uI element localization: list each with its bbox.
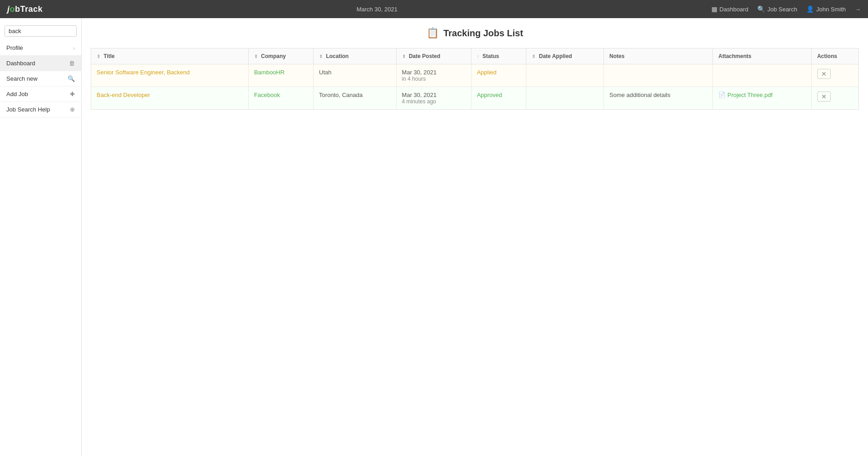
clipboard-icon: 📋 — [427, 27, 439, 39]
dashboard-icon: ▦ — [711, 5, 717, 13]
sort-title-icon: ⇕ — [97, 54, 100, 59]
sort-company-icon: ⇕ — [254, 54, 258, 59]
cell-location-2: Toronto, Canada — [314, 87, 397, 110]
col-company[interactable]: ⇕ Company — [248, 49, 313, 64]
sidebar-item-job-search-help[interactable]: Job Search Help ⊕ — [0, 102, 81, 117]
remove-button-2[interactable]: ✕ — [817, 92, 831, 102]
cell-status-2: Approved — [471, 87, 526, 110]
user-icon: 👤 — [806, 5, 814, 13]
nav-job-search[interactable]: 🔍 Job Search — [757, 5, 797, 13]
cell-attachment-2: 📄 Project Three.pdf — [713, 87, 812, 110]
topnav: jobTrack March 30, 2021 ▦ Dashboard 🔍 Jo… — [0, 0, 868, 18]
cell-title-1: Senior Software Engineer, Backend — [91, 64, 249, 87]
sidebar: 🔍 Profile › Dashboard 🗑 Search new 🔍 Add… — [0, 18, 82, 456]
search-input[interactable] — [5, 26, 77, 36]
col-title[interactable]: ⇕ Title — [91, 49, 249, 64]
table-row: Senior Software Engineer, Backend Bamboo… — [91, 64, 859, 87]
globe-icon: ⊕ — [70, 106, 75, 113]
attachment-link[interactable]: 📄 Project Three.pdf — [718, 92, 806, 98]
cell-company-1: BambooHR — [248, 64, 313, 87]
cell-actions-2: ✕ — [811, 87, 858, 110]
col-actions: Actions — [811, 49, 858, 64]
cell-attachment-1 — [713, 64, 812, 87]
chevron-right-icon: › — [73, 45, 75, 51]
logout-icon: → — [855, 6, 861, 13]
col-notes: Notes — [604, 49, 713, 64]
col-status[interactable]: ↑ Status — [471, 49, 526, 64]
col-attachments: Attachments — [713, 49, 812, 64]
cell-actions-1: ✕ — [811, 64, 858, 87]
app-logo[interactable]: jobTrack — [7, 5, 43, 14]
cell-notes-1 — [604, 64, 713, 87]
sidebar-item-add-job[interactable]: Add Job ✚ — [0, 87, 81, 102]
cell-status-1: Applied — [471, 64, 526, 87]
table-header-row: ⇕ Title ⇕ Company ⇕ Location ⇕ Date Post… — [91, 49, 859, 64]
file-icon: 📄 — [718, 92, 726, 98]
sidebar-item-profile[interactable]: Profile › — [0, 40, 81, 56]
cell-date-posted-2: Mar 30, 2021 4 minutes ago — [396, 87, 471, 110]
sidebar-item-search-new[interactable]: Search new 🔍 — [0, 71, 81, 87]
cell-company-2: Facebook — [248, 87, 313, 110]
col-date-applied[interactable]: ⇕ Date Applied — [526, 49, 604, 64]
trash-icon: 🗑 — [69, 60, 75, 67]
cell-notes-2: Some additional details — [604, 87, 713, 110]
topnav-right: ▦ Dashboard 🔍 Job Search 👤 John Smith → — [711, 5, 861, 13]
nav-logout[interactable]: → — [855, 6, 861, 13]
sort-location-icon: ⇕ — [319, 54, 323, 59]
page-title: Tracking Jobs List — [443, 28, 523, 39]
col-location[interactable]: ⇕ Location — [314, 49, 397, 64]
sort-date-applied-icon: ⇕ — [532, 54, 535, 59]
col-date-posted[interactable]: ⇕ Date Posted — [396, 49, 471, 64]
remove-button-1[interactable]: ✕ — [817, 69, 831, 79]
search-icon: 🔍 — [68, 75, 75, 82]
sidebar-search-container: 🔍 — [5, 25, 77, 37]
sidebar-item-dashboard[interactable]: Dashboard 🗑 — [0, 56, 81, 71]
page-header: 📋 Tracking Jobs List — [91, 27, 859, 39]
nav-user[interactable]: 👤 John Smith — [806, 5, 846, 13]
cell-date-applied-2 — [526, 87, 604, 110]
cell-location-1: Utah — [314, 64, 397, 87]
plus-icon: ✚ — [70, 91, 75, 97]
sort-status-icon: ↑ — [477, 54, 479, 59]
cell-date-applied-1 — [526, 64, 604, 87]
sort-date-posted-icon: ⇕ — [402, 54, 406, 59]
jobs-table: ⇕ Title ⇕ Company ⇕ Location ⇕ Date Post… — [91, 48, 859, 110]
date-display: March 30, 2021 — [357, 6, 397, 13]
main-content: 📋 Tracking Jobs List ⇕ Title ⇕ Company ⇕ — [82, 18, 868, 456]
nav-dashboard[interactable]: ▦ Dashboard — [711, 5, 749, 13]
cell-date-posted-1: Mar 30, 2021 in 4 hours — [396, 64, 471, 87]
cell-title-2: Back-end Developer — [91, 87, 249, 110]
table-row: Back-end Developer Facebook Toronto, Can… — [91, 87, 859, 110]
search-nav-icon: 🔍 — [757, 5, 765, 13]
